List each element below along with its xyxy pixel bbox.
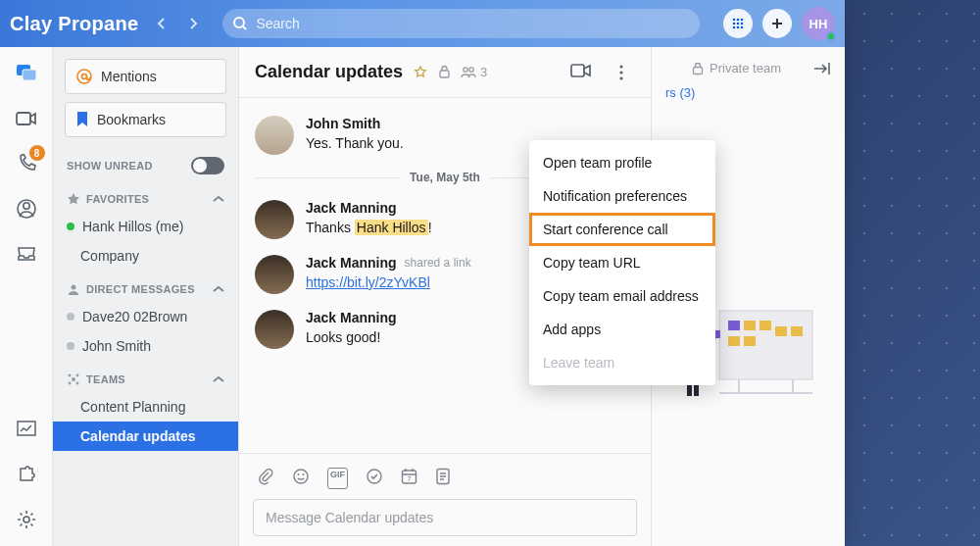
person-icon [67,282,80,296]
unread-toggle[interactable] [191,157,224,174]
mention-chip[interactable]: Hank Hillos [355,220,428,235]
emoji-icon [292,468,310,485]
menu-start-conference[interactable]: Start conference call [529,213,715,246]
search-input[interactable] [222,9,700,38]
svg-rect-50 [791,326,803,336]
menu-copy-url[interactable]: Copy team URL [529,246,715,279]
composer: GIF 7 Message Calendar updates [239,453,651,546]
attach-button[interactable] [257,468,274,489]
chevron-up-icon[interactable] [213,373,224,385]
menu-copy-email[interactable]: Copy team email address [529,279,715,313]
nav-forward-button[interactable] [181,12,205,35]
show-unread-row: SHOW UNREAD [53,145,238,180]
message-avatar[interactable] [255,200,294,239]
menu-open-profile[interactable]: Open team profile [529,146,715,179]
chevron-up-icon[interactable] [213,193,224,205]
team-item-1[interactable]: Calendar updates [53,422,238,451]
at-icon [75,68,93,85]
message-avatar[interactable] [255,255,294,294]
svg-rect-28 [571,65,584,76]
mentions-button[interactable]: Mentions [65,59,226,94]
start-video-button[interactable] [570,63,592,82]
rail-apps[interactable] [14,462,39,487]
emoji-button[interactable] [292,468,310,489]
favorite-star[interactable] [413,65,428,80]
menu-add-apps[interactable]: Add apps [529,313,715,346]
menu-leave-team[interactable]: Leave team [529,346,715,379]
rail-video[interactable] [14,106,39,131]
star-icon [67,192,80,206]
svg-rect-46 [760,321,771,330]
header-actions: HH [723,7,835,40]
svg-point-19 [72,285,76,290]
message-author: John Smith [306,116,380,131]
member-count[interactable]: 3 [461,65,487,79]
collapse-icon[interactable] [813,62,831,75]
conversation-header: Calendar updates 3 [239,47,651,98]
star-outline-icon [413,65,428,80]
composer-input[interactable]: Message Calendar updates [253,499,637,536]
team-item-0[interactable]: Content Planning [53,392,238,422]
video-icon [570,63,592,78]
bookmarks-button[interactable]: Bookmarks [65,102,226,137]
members-link[interactable]: rs (3) [665,85,831,100]
nav-back-button[interactable] [150,12,173,35]
teams-header[interactable]: TEAMS [53,361,238,392]
svg-point-22 [76,374,79,377]
svg-point-5 [737,23,740,25]
note-button[interactable] [435,468,451,489]
chevron-up-icon[interactable] [213,283,224,295]
favorites-header[interactable]: FAVORITES [53,180,238,212]
menu-notification-prefs[interactable]: Notification preferences [529,179,715,213]
rail-messages[interactable] [14,61,39,86]
svg-rect-12 [17,113,30,124]
svg-rect-11 [23,70,36,80]
rail-analytics[interactable] [14,417,39,442]
brand-name: Clay Propane [10,13,138,35]
rail-settings[interactable] [14,507,39,532]
user-avatar[interactable]: HH [802,7,835,40]
fav-item-1[interactable]: Company [53,241,238,271]
svg-point-24 [76,382,79,385]
svg-rect-45 [744,321,756,330]
svg-point-13 [23,203,28,209]
more-menu-button[interactable] [608,59,635,86]
svg-point-7 [733,26,736,29]
mentions-label: Mentions [101,69,157,84]
message-link[interactable]: https://bit.ly/2zYvKBl [306,274,430,290]
rail-inbox[interactable] [14,241,39,267]
svg-rect-39 [694,67,703,74]
phone-badge: 8 [29,145,45,161]
add-button[interactable] [762,9,792,38]
svg-point-31 [619,76,622,79]
message-avatar[interactable] [255,116,294,155]
shared-label: shared a link [405,256,471,270]
gif-button[interactable]: GIF [327,468,348,489]
svg-point-3 [741,19,744,22]
fav-item-0[interactable]: Hank Hillos (me) [53,212,238,241]
message-avatar[interactable] [255,310,294,349]
dialpad-button[interactable] [723,9,753,38]
svg-point-9 [741,26,744,29]
svg-point-21 [69,374,72,377]
search-container [222,9,700,38]
svg-point-0 [234,18,244,27]
svg-rect-48 [744,336,756,346]
rail-phone[interactable]: 8 [14,151,39,176]
svg-text:7: 7 [408,475,412,482]
rail-contacts[interactable] [14,196,39,222]
task-button[interactable] [366,468,383,489]
message-author: Jack Manning [306,310,397,325]
bookmarks-label: Bookmarks [97,112,166,127]
presence-dot [826,31,836,41]
svg-point-20 [72,377,75,381]
dm-item-0[interactable]: Dave20 02Brown [53,302,238,331]
teams-icon [67,372,80,386]
calendar-button[interactable]: 7 [401,468,417,489]
gear-icon [17,510,36,529]
contact-icon [17,199,36,219]
lock-icon [692,62,704,75]
dms-header[interactable]: DIRECT MESSAGES [53,271,238,302]
svg-rect-47 [728,336,740,346]
dm-item-1[interactable]: John Smith [53,331,238,361]
